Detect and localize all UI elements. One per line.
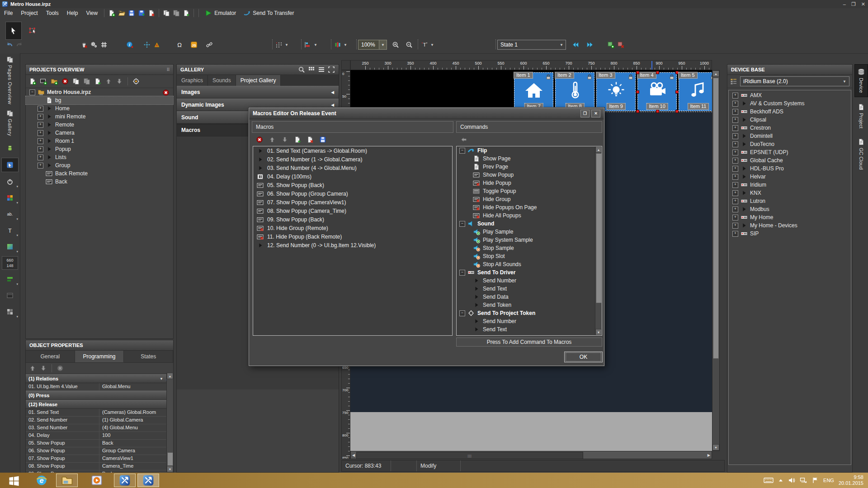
move-up-button[interactable] [267, 135, 277, 144]
view-grid-button[interactable] [308, 66, 315, 73]
close-document-button[interactable] [146, 9, 156, 18]
device-domintell[interactable]: +Domintell [729, 132, 851, 140]
expand-box-icon[interactable]: + [38, 155, 43, 160]
device-knx[interactable]: +KNX [729, 189, 851, 197]
import-document-button[interactable] [93, 77, 103, 86]
selection-handle[interactable] [656, 110, 659, 113]
expand-box-icon[interactable]: + [732, 198, 738, 204]
delete-object-button[interactable] [79, 40, 89, 49]
device-crestron[interactable]: +Crestron [729, 124, 851, 132]
taskbar-iridium-transfer[interactable] [137, 474, 159, 487]
expand-box-icon[interactable]: + [38, 163, 43, 169]
zoom-combo[interactable]: 100%▼ [358, 40, 387, 50]
android-tool[interactable] [2, 141, 18, 155]
paste-button[interactable] [171, 9, 181, 18]
windows-tool[interactable]: ▾ [2, 305, 18, 319]
start-button[interactable] [3, 474, 24, 487]
color-tool[interactable]: ▾ [2, 191, 18, 205]
canvas-item-item-5[interactable]: Item 5Item 11 [679, 72, 712, 111]
import-document-button[interactable] [181, 9, 191, 18]
power-tool[interactable]: ▾ [2, 175, 18, 188]
collapse-box-icon[interactable]: − [459, 310, 465, 316]
add-folder-button[interactable] [49, 77, 59, 86]
macro-row[interactable]: 01. Send Text (Cameras -> Global.Room) [253, 146, 452, 155]
macro-row[interactable]: 03. Send Number (4 -> Global.Menu) [253, 164, 452, 172]
commands-tree[interactable]: −FlipShow PagePrev PageShow PopupHide Po… [456, 146, 602, 336]
property-row[interactable]: 03. Send Number(4) Global.Menu [26, 424, 173, 432]
properties-scrollbar[interactable]: ▲ ▼ [166, 373, 173, 472]
device-global-cache[interactable]: +Global Cache [729, 156, 851, 164]
selection-handle[interactable] [636, 110, 639, 113]
dropdown-caret-icon[interactable]: ▼ [430, 43, 434, 47]
command-play-sample[interactable]: Play Sample [457, 228, 602, 236]
properties-tab-states[interactable]: States [124, 351, 173, 362]
back-arrow-button[interactable] [459, 135, 469, 144]
ok-button[interactable]: OK [564, 352, 603, 362]
dropdown-caret-icon[interactable]: ▼ [560, 43, 566, 47]
tree-item-camera[interactable]: +Camera [26, 129, 173, 137]
view-list-button[interactable] [318, 66, 325, 73]
copy-button[interactable] [161, 9, 171, 18]
close-button[interactable]: ✕ [861, 1, 865, 7]
device-helvar[interactable]: +Helvar [729, 173, 851, 181]
command-send-text[interactable]: Send Text [457, 285, 602, 293]
properties-tab-programming[interactable]: Programming [75, 351, 124, 362]
property-row[interactable]: 02. Send Number(1) Global.Camera [26, 417, 173, 424]
move-down-button[interactable] [280, 135, 290, 144]
properties-tab-general[interactable]: General [26, 351, 75, 362]
panel-tool[interactable] [2, 289, 18, 302]
object-info-button[interactable]: i [125, 40, 135, 49]
volume-icon[interactable] [788, 477, 795, 484]
expand-box-icon[interactable]: + [38, 122, 43, 128]
selection-handle[interactable] [675, 110, 679, 113]
sidebar-tab-pages-overview[interactable]: Pages Overview [6, 53, 14, 107]
device-duotecno[interactable]: +DuoTecno [729, 140, 851, 148]
expand-box-icon[interactable]: + [38, 114, 43, 120]
pointer-tool[interactable] [1, 158, 19, 172]
settings-target-button[interactable] [131, 77, 141, 86]
property-row[interactable]: 08. Show PopupCamera_Time [26, 463, 173, 470]
command-send-to-driver[interactable]: −Send To Driver [457, 268, 602, 277]
selection-handle[interactable] [656, 71, 659, 74]
canvas-item-item-3[interactable]: Item 3Item 9 [596, 72, 636, 111]
expand-box-icon[interactable]: + [38, 106, 43, 112]
expand-box-icon[interactable]: + [732, 215, 738, 221]
side-tab-device[interactable]: Device [854, 64, 868, 97]
expand-box-icon[interactable]: + [732, 93, 738, 99]
command-hide-group[interactable]: Hide Group [457, 195, 602, 203]
command-play-system-sample[interactable]: Play System Sample [457, 236, 602, 244]
add-state-button[interactable] [606, 40, 616, 49]
expand-box-icon[interactable]: + [38, 146, 43, 152]
move-up-button[interactable] [104, 77, 113, 86]
gradient-tool[interactable]: ▾ [2, 240, 18, 253]
save-button[interactable] [318, 135, 328, 144]
expand-box-icon[interactable]: + [38, 130, 43, 136]
expand-box-icon[interactable]: + [732, 109, 738, 115]
expand-box-icon[interactable]: + [732, 125, 738, 131]
delete-button[interactable] [60, 77, 70, 86]
expand-box-icon[interactable]: + [732, 101, 738, 107]
selection-handle[interactable] [636, 71, 639, 74]
property-row[interactable]: 05. Show PopupBack [26, 440, 173, 447]
device-lutron[interactable]: +Lutron [729, 197, 851, 205]
dialog-restore-button[interactable]: ❐ [580, 110, 590, 117]
device-my-home[interactable]: +My Home [729, 213, 851, 221]
side-tab-project[interactable]: Project [854, 100, 868, 132]
macro-row[interactable]: 10. Hide Group (Remote) [253, 224, 452, 232]
search-button[interactable] [298, 66, 305, 73]
send-to-transfer-button[interactable]: Send To Transfer [240, 9, 297, 17]
add-popup-button[interactable] [38, 77, 48, 86]
save-button[interactable] [127, 9, 137, 18]
property-group-header[interactable]: (12) Release▼ [26, 400, 173, 409]
expand-box-icon[interactable]: + [732, 150, 738, 155]
dropdown-caret-icon[interactable]: ▼ [285, 43, 288, 47]
menu-file[interactable]: File [0, 10, 17, 16]
zoom-out-button[interactable] [404, 40, 414, 49]
group-arrow-icon[interactable]: ▼ [160, 377, 163, 381]
command-hide-popups-on-page[interactable]: Hide Popups On Page [457, 203, 602, 211]
expand-box-icon[interactable]: + [732, 190, 738, 196]
macro-row[interactable]: 06. Show Popup (Group Camera) [253, 189, 452, 198]
tree-item-back-remote[interactable]: Back Remote [26, 169, 173, 178]
command-show-popup[interactable]: Show Popup [457, 171, 602, 179]
language-indicator[interactable]: ENG [823, 478, 834, 483]
